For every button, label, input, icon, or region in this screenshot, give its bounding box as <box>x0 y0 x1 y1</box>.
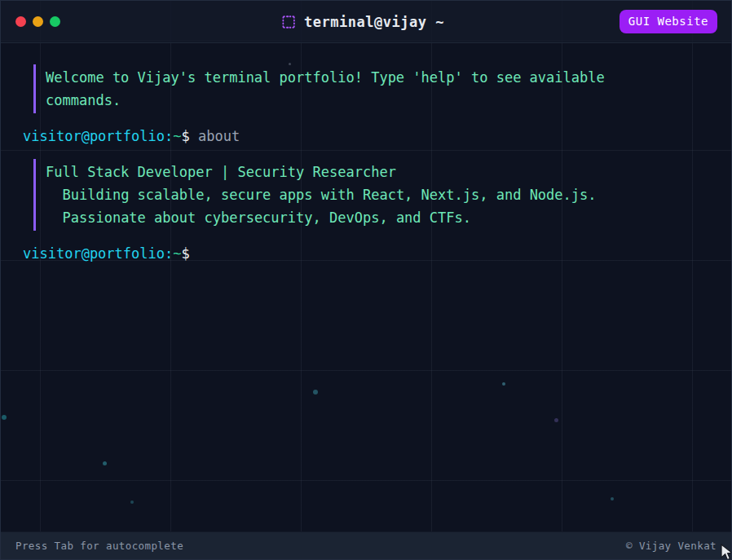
about-line: Full Stack Developer | Security Research… <box>46 161 709 183</box>
traffic-lights <box>15 16 60 27</box>
window-title: terminal@vijay ~ <box>304 14 444 30</box>
terminal-window: terminal@vijay ~ GUI Website Welcome to … <box>0 0 732 560</box>
decor-dot <box>2 415 7 420</box>
terminal-output-area[interactable]: Welcome to Vijay's terminal portfolio! T… <box>1 43 731 531</box>
statusbar-copyright: © Vijay Venkat <box>626 540 717 552</box>
about-line: Passionate about cybersecurity, DevOps, … <box>46 206 709 229</box>
statusbar-hint: Press Tab for autocomplete <box>15 540 183 552</box>
square-dashed-terminal-icon <box>281 15 296 29</box>
prompt-symbol: $ <box>182 245 198 262</box>
about-output-block: Full Stack Developer | Security Research… <box>33 159 709 231</box>
decor-dot <box>611 497 614 500</box>
prompt-user: visitor@portfolio <box>23 245 165 262</box>
decor-dot <box>289 63 291 65</box>
decor-dot <box>130 500 134 504</box>
typed-command: about <box>198 128 240 144</box>
decor-dot <box>554 418 558 422</box>
executed-prompt-line: visitor@portfolio:~$ about <box>23 125 709 148</box>
gui-website-button[interactable]: GUI Website <box>620 10 717 33</box>
decor-dot <box>103 461 107 465</box>
welcome-message-block: Welcome to Vijay's terminal portfolio! T… <box>33 64 709 113</box>
maximize-window-button[interactable] <box>50 16 60 27</box>
titlebar: terminal@vijay ~ GUI Website <box>1 1 731 43</box>
decor-dot <box>313 390 318 395</box>
prompt-path: ~ <box>173 245 181 262</box>
decor-dot <box>502 382 505 386</box>
active-prompt-line[interactable]: visitor@portfolio:~$ <box>23 242 709 265</box>
prompt-symbol: $ <box>182 128 198 144</box>
prompt-colon: : <box>165 128 173 144</box>
prompt-colon: : <box>165 245 173 262</box>
minimize-window-button[interactable] <box>33 16 43 27</box>
welcome-line: Welcome to Vijay's terminal portfolio! T… <box>46 66 709 89</box>
window-title-group: terminal@vijay ~ <box>281 14 444 30</box>
prompt-path: ~ <box>173 128 181 144</box>
statusbar: Press Tab for autocomplete © Vijay Venka… <box>1 531 731 559</box>
prompt-user: visitor@portfolio <box>23 128 165 144</box>
welcome-line: commands. <box>46 89 709 112</box>
about-line: Building scalable, secure apps with Reac… <box>46 183 709 206</box>
close-window-button[interactable] <box>15 16 26 27</box>
